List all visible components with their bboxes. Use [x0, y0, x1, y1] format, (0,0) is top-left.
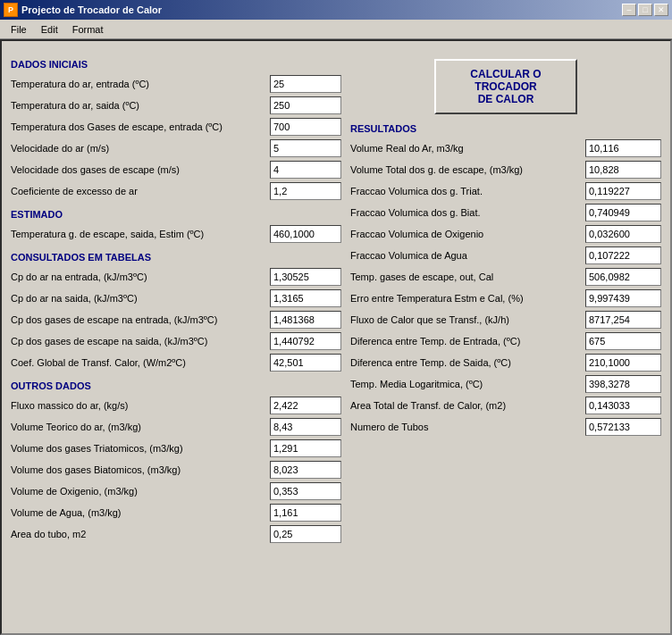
coef-global-input[interactable] [270, 354, 341, 372]
field-row: Area do tubo, m2 [11, 525, 341, 543]
result-row: Volume Real do Ar, m3/kg [350, 139, 661, 157]
result-row: Diferenca entre Temp. de Saida, (ºC) [350, 354, 661, 372]
results-section: RESULTADOS Volume Real do Ar, m3/kg Volu… [350, 123, 661, 436]
field-label: Area do tubo, m2 [11, 529, 270, 539]
cp-ar-saida-input[interactable] [270, 289, 341, 307]
result-row: Fraccao Volumica dos g. Triat. [350, 182, 661, 200]
area-tubo-input[interactable] [270, 525, 341, 543]
coef-excesso-ar-input[interactable] [270, 182, 341, 200]
result-row: Temp. Media Logaritmica, (ºC) [350, 375, 661, 393]
field-label: Temperatura do ar, saida (ºC) [11, 100, 270, 111]
vol-teorico-ar-input[interactable] [270, 418, 341, 436]
section-dados-iniciais: DADOS INICIAIS [11, 59, 341, 70]
field-label: Volume dos gases Biatomicos, (m3/kg) [11, 464, 270, 475]
content-area: DADOS INICIAIS Temperatura do ar, entrad… [11, 50, 661, 624]
field-label: Velocidade dos gases de escape (m/s) [11, 164, 270, 175]
maximize-button[interactable]: □ [638, 4, 652, 16]
vol-oxigenio-input[interactable] [270, 482, 341, 500]
result-area-total[interactable] [585, 397, 661, 414]
result-label: Volume Real do Ar, m3/kg [350, 143, 585, 154]
vol-agua-input[interactable] [270, 504, 341, 522]
section-outros-dados: OUTROS DADOS [11, 380, 341, 391]
close-button[interactable]: ✕ [654, 4, 668, 16]
result-label: Diferenca entre Temp. de Entrada, (ºC) [350, 336, 585, 347]
menu-format[interactable]: Format [65, 22, 111, 37]
field-label: Cp dos gases de escape na saida, (kJ/m3º… [11, 336, 270, 347]
field-row: Volume de Agua, (m3/kg) [11, 504, 341, 522]
result-label: Volume Total dos g. de escape, (m3/kg) [350, 164, 585, 175]
field-label: Volume de Oxigenio, (m3/kg) [11, 486, 270, 497]
result-temp-media-log[interactable] [585, 375, 661, 393]
result-row: Area Total de Transf. de Calor, (m2) [350, 397, 661, 414]
result-row: Fraccao Volumica de Agua [350, 246, 661, 264]
section-estimado: ESTIMADO [11, 209, 341, 220]
temp-ar-saida-input[interactable] [270, 96, 341, 114]
field-row: Temperatura do ar, entrada (ºC) [11, 75, 341, 93]
vol-triatomicos-input[interactable] [270, 439, 341, 457]
field-row: Cp dos gases de escape na saida, (kJ/m3º… [11, 332, 341, 350]
minimize-button[interactable]: – [622, 4, 636, 16]
menu-edit[interactable]: Edit [34, 22, 65, 37]
result-label: Fluxo de Calor que se Transf., (kJ/h) [350, 314, 585, 325]
calc-button-line1: CALCULAR O TROCADOR [470, 68, 541, 93]
right-panel: CALCULAR O TROCADOR DE CALOR RESULTADOS … [350, 50, 661, 624]
result-row: Fraccao Volumica de Oxigenio [350, 225, 661, 243]
result-temp-gases-out[interactable] [585, 268, 661, 286]
menu-bar: File Edit Format [0, 20, 672, 39]
field-label: Cp do ar na entrada, (kJ/m3ºC) [11, 272, 270, 282]
field-label: Volume Teorico do ar, (m3/kg) [11, 422, 270, 432]
field-label: Coeficiente de excesso de ar [11, 186, 270, 196]
result-frac-triat[interactable] [585, 182, 661, 200]
result-frac-biat[interactable] [585, 204, 661, 221]
cp-ar-entrada-input[interactable] [270, 268, 341, 286]
field-row: Volume dos gases Biatomicos, (m3/kg) [11, 461, 341, 479]
result-row: Erro entre Temperatura Estm e Cal, (%) [350, 289, 661, 307]
field-row: Cp dos gases de escape na entrada, (kJ/m… [11, 311, 341, 329]
field-label: Volume dos gases Triatomicos, (m3/kg) [11, 443, 270, 454]
app-icon: P [4, 3, 18, 17]
field-label: Cp do ar na saida, (kJ/m3ºC) [11, 293, 270, 304]
cp-gases-saida-input[interactable] [270, 332, 341, 350]
result-row: Diferenca entre Temp. de Entrada, (ºC) [350, 332, 661, 350]
field-label: Temperatura dos Gases de escape, entrada… [11, 121, 270, 132]
field-label: Velocidade do ar (m/s) [11, 143, 270, 154]
result-num-tubos[interactable] [585, 418, 661, 436]
field-label: Coef. Global de Transf. Calor, (W/m2ºC) [11, 357, 270, 368]
result-label: Temp. Media Logaritmica, (ºC) [350, 379, 585, 389]
calc-button-line2: DE CALOR [478, 93, 534, 105]
field-label: Cp dos gases de escape na entrada, (kJ/m… [11, 314, 270, 325]
field-label: Fluxo massico do ar, (kg/s) [11, 400, 270, 411]
velocidade-ar-input[interactable] [270, 139, 341, 157]
result-dif-temp-saida[interactable] [585, 354, 661, 372]
field-row: Volume de Oxigenio, (m3/kg) [11, 482, 341, 500]
field-row: Fluxo massico do ar, (kg/s) [11, 397, 341, 414]
result-label: Erro entre Temperatura Estm e Cal, (%) [350, 293, 585, 304]
velocidade-gases-input[interactable] [270, 161, 341, 179]
temp-ar-entrada-input[interactable] [270, 75, 341, 93]
result-erro-temp[interactable] [585, 289, 661, 307]
result-dif-temp-entrada[interactable] [585, 332, 661, 350]
result-vol-total-gases[interactable] [585, 161, 661, 179]
temp-estimado-input[interactable] [270, 225, 341, 243]
vol-biatomicos-input[interactable] [270, 461, 341, 479]
result-label: Numero de Tubos [350, 422, 585, 432]
temp-gases-entrada-input[interactable] [270, 118, 341, 136]
result-row: Fluxo de Calor que se Transf., (kJ/h) [350, 311, 661, 329]
results-title: RESULTADOS [350, 123, 661, 134]
cp-gases-entrada-input[interactable] [270, 311, 341, 329]
result-frac-oxigenio[interactable] [585, 225, 661, 243]
left-panel: DADOS INICIAIS Temperatura do ar, entrad… [11, 50, 341, 624]
outros-dados-fields: Fluxo massico do ar, (kg/s) Volume Teori… [11, 397, 341, 543]
result-frac-agua[interactable] [585, 246, 661, 264]
result-row: Volume Total dos g. de escape, (m3/kg) [350, 161, 661, 179]
field-row: Coef. Global de Transf. Calor, (W/m2ºC) [11, 354, 341, 372]
calc-button[interactable]: CALCULAR O TROCADOR DE CALOR [434, 59, 577, 114]
result-vol-real-ar[interactable] [585, 139, 661, 157]
window-controls: – □ ✕ [622, 4, 668, 16]
field-row: Cp do ar na entrada, (kJ/m3ºC) [11, 268, 341, 286]
menu-file[interactable]: File [4, 22, 34, 37]
field-label: Volume de Agua, (m3/kg) [11, 507, 270, 518]
result-fluxo-calor[interactable] [585, 311, 661, 329]
result-label: Fraccao Volumica de Oxigenio [350, 229, 585, 239]
fluxo-massico-input[interactable] [270, 397, 341, 414]
